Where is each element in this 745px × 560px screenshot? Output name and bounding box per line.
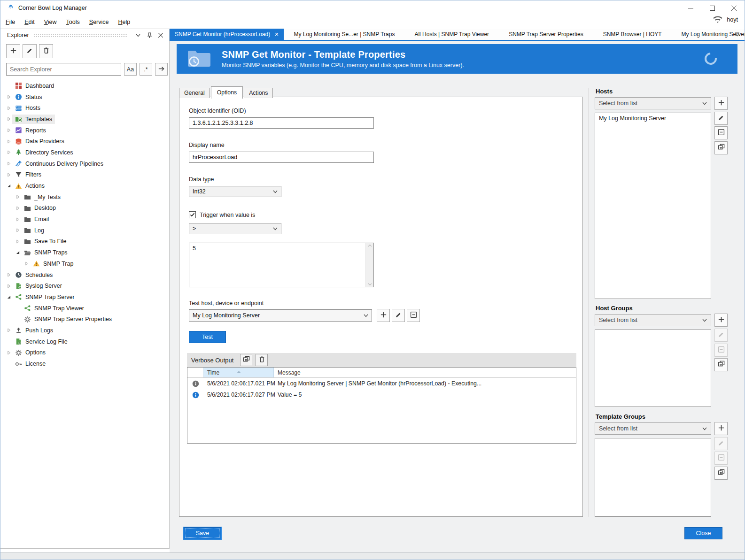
host-groups-add-button[interactable] bbox=[714, 314, 728, 327]
tree-item-push-logs[interactable]: Push Logs bbox=[0, 325, 169, 336]
tree-item-status[interactable]: Status bbox=[0, 92, 169, 103]
document-tab[interactable]: SNMP Trap Server Properties bbox=[499, 29, 593, 40]
hosts-edit-button[interactable] bbox=[714, 112, 728, 125]
tree-expander-icon[interactable] bbox=[6, 139, 12, 144]
tree-item-snmp-traps[interactable]: SNMP Traps bbox=[0, 247, 169, 258]
search-go-button[interactable] bbox=[155, 63, 168, 76]
template-groups-dropdown[interactable]: Select from list bbox=[595, 422, 711, 435]
wifi-icon[interactable] bbox=[712, 15, 723, 25]
tree-expander-icon[interactable] bbox=[15, 195, 21, 199]
tree-expander-icon[interactable] bbox=[6, 184, 12, 188]
column-header-icon[interactable] bbox=[187, 368, 203, 377]
test-button[interactable]: Test bbox=[189, 331, 226, 343]
tree-expander-icon[interactable] bbox=[6, 117, 12, 121]
tree-item-snmp-trap-server[interactable]: SNMP Trap Server bbox=[0, 292, 169, 303]
tree-expander-icon[interactable] bbox=[6, 106, 12, 110]
menu-view[interactable]: View bbox=[40, 16, 61, 28]
host-groups-remove-button[interactable] bbox=[714, 344, 728, 357]
form-tab-general[interactable]: General bbox=[179, 88, 210, 98]
add-button[interactable] bbox=[6, 44, 20, 58]
close-button[interactable]: Close bbox=[684, 527, 722, 539]
tree-expander-icon[interactable] bbox=[6, 273, 12, 277]
add-host-button[interactable] bbox=[377, 309, 390, 322]
tree-item-snmp-trap[interactable]: SNMP Trap bbox=[0, 258, 169, 269]
menu-edit[interactable]: Edit bbox=[20, 16, 39, 28]
tree-expander-icon[interactable] bbox=[24, 261, 30, 266]
hosts-remove-button[interactable] bbox=[714, 126, 728, 139]
template-groups-edit-button[interactable] bbox=[714, 437, 728, 450]
tree-item-data-providers[interactable]: Data Providers bbox=[0, 136, 169, 147]
trigger-checkbox[interactable] bbox=[189, 211, 196, 218]
tree-item-filters[interactable]: Filters bbox=[0, 169, 169, 181]
tree-expander-icon[interactable] bbox=[15, 239, 21, 244]
tree-item-service-log-file[interactable]: Service Log File bbox=[0, 336, 169, 347]
user-name[interactable]: hoyt bbox=[727, 16, 738, 23]
edit-button[interactable] bbox=[23, 44, 37, 58]
tree-expander-icon[interactable] bbox=[6, 284, 12, 288]
tree-item-license[interactable]: License bbox=[0, 358, 169, 369]
remove-host-button[interactable] bbox=[407, 309, 420, 322]
tree-item-dashboard[interactable]: Dashboard bbox=[0, 80, 169, 92]
tree-expander-icon[interactable] bbox=[6, 328, 12, 332]
menu-help[interactable]: Help bbox=[114, 16, 134, 28]
menu-file[interactable]: File bbox=[1, 16, 19, 28]
tree-item-snmp-trap-server-properties[interactable]: SNMP Trap Server Properties bbox=[0, 314, 169, 325]
verbose-output-row[interactable]: 5/6/2021 02:06:17.027 PMValue = 5 bbox=[187, 389, 576, 400]
tree-expander-icon[interactable] bbox=[6, 295, 12, 299]
match-case-button[interactable]: Aa bbox=[124, 63, 137, 76]
textarea-scrollbar[interactable] bbox=[365, 243, 373, 287]
close-button-window[interactable] bbox=[723, 0, 745, 15]
tree-expander-icon[interactable] bbox=[15, 217, 21, 222]
template-groups-remove-button[interactable] bbox=[714, 452, 728, 465]
tree-expander-icon[interactable] bbox=[15, 251, 21, 254]
oid-input[interactable]: 1.3.6.1.2.1.25.3.3.1.2.8 bbox=[189, 117, 374, 129]
tree-item--my-tests[interactable]: _My Tests bbox=[0, 192, 169, 203]
hosts-dropdown[interactable]: Select from list bbox=[595, 97, 711, 109]
tree-item-snmp-trap-viewer[interactable]: SNMP Trap Viewer bbox=[0, 303, 169, 314]
column-header-message[interactable]: Message bbox=[274, 368, 576, 377]
tree-item-log[interactable]: Log bbox=[0, 225, 169, 236]
template-groups-add-button[interactable] bbox=[714, 422, 728, 435]
clear-output-button[interactable] bbox=[256, 354, 268, 366]
tree-expander-icon[interactable] bbox=[6, 161, 12, 166]
copy-output-button[interactable] bbox=[240, 354, 252, 366]
regex-button[interactable]: .* bbox=[140, 63, 152, 76]
hosts-copy-button[interactable] bbox=[714, 141, 728, 154]
document-tab[interactable]: SNMP Browser | HOYT bbox=[593, 29, 672, 40]
host-groups-dropdown[interactable]: Select from list bbox=[595, 314, 711, 326]
tree-item-save-to-file[interactable]: Save To File bbox=[0, 236, 169, 247]
tree-item-actions[interactable]: Actions bbox=[0, 180, 169, 192]
tree-item-reports[interactable]: Reports bbox=[0, 125, 169, 136]
tree-expander-icon[interactable] bbox=[6, 128, 12, 132]
tree-item-email[interactable]: Email bbox=[0, 214, 169, 225]
panel-menu-chevron-icon[interactable] bbox=[133, 31, 143, 40]
document-tab[interactable]: My Log Monitoring Se...er | SNMP Traps bbox=[284, 29, 404, 40]
display-name-input[interactable]: hrProcessorLoad bbox=[189, 152, 374, 163]
test-host-dropdown[interactable]: My Log Monitoring Server bbox=[189, 309, 372, 322]
save-button[interactable]: Save bbox=[184, 527, 221, 539]
form-tab-actions[interactable]: Actions bbox=[244, 88, 273, 98]
panel-close-icon[interactable] bbox=[156, 31, 165, 40]
tab-close-icon[interactable]: ✕ bbox=[274, 31, 279, 38]
data-type-dropdown[interactable]: Int32 bbox=[189, 186, 281, 197]
tree-item-syslog-server[interactable]: Syslog Server bbox=[0, 280, 169, 292]
delete-button[interactable] bbox=[39, 44, 53, 58]
pin-icon[interactable] bbox=[145, 31, 154, 40]
minimize-button[interactable] bbox=[680, 0, 701, 15]
menu-tools[interactable]: Tools bbox=[62, 16, 84, 28]
tree-expander-icon[interactable] bbox=[6, 95, 12, 99]
host-groups-edit-button[interactable] bbox=[714, 329, 728, 342]
tree-expander-icon[interactable] bbox=[6, 351, 12, 355]
search-input[interactable] bbox=[6, 63, 121, 76]
edit-host-button[interactable] bbox=[392, 309, 405, 322]
tree-expander-icon[interactable] bbox=[15, 206, 21, 210]
panel-grip[interactable] bbox=[34, 34, 127, 38]
hosts-add-button[interactable] bbox=[714, 97, 728, 110]
verbose-output-row[interactable]: 5/6/2021 02:06:17.021 PMMy Log Monitorin… bbox=[187, 378, 576, 389]
tree-item-continuous-delivery-pipelines[interactable]: Continuous Delivery Pipelines bbox=[0, 158, 169, 169]
condition-dropdown[interactable]: > bbox=[189, 223, 281, 234]
tree-item-schedules[interactable]: Schedules bbox=[0, 269, 169, 281]
list-item[interactable]: My Log Monitoring Server bbox=[595, 113, 711, 123]
tree-item-directory-services[interactable]: Directory Services bbox=[0, 147, 169, 158]
tree-expander-icon[interactable] bbox=[6, 173, 12, 177]
